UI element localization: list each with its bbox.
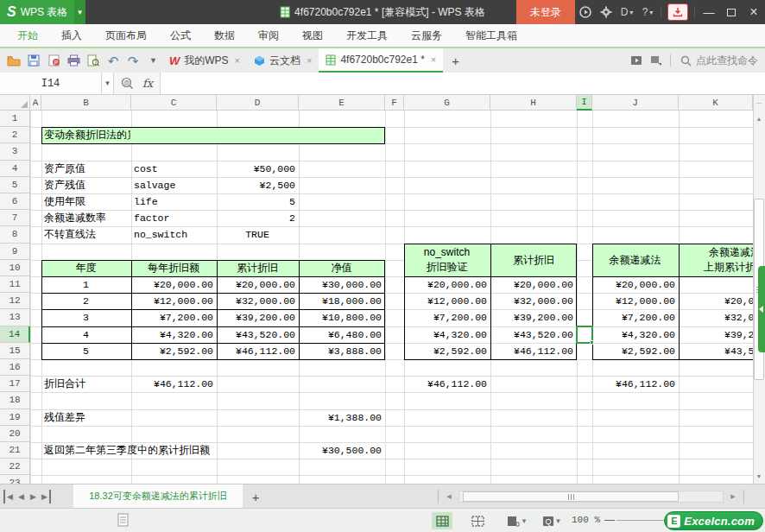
annual-dep-cell[interactable]: ¥12,000.00 <box>131 293 216 309</box>
row-header-9[interactable]: 9 <box>0 244 30 260</box>
print-preview-icon[interactable] <box>85 51 102 70</box>
total-label-cell[interactable]: 折旧合计 <box>41 376 130 392</box>
ddb-dep-cell[interactable]: ¥2,592.00 <box>592 343 678 359</box>
help-menu[interactable]: ?▾ <box>637 0 658 24</box>
ddb-prev-accum-cell[interactable]: ¥39,200.00 <box>679 326 765 343</box>
column-header-K[interactable]: K <box>679 95 753 111</box>
annual-dep-cell[interactable]: ¥2,592.00 <box>131 343 216 359</box>
column-header-D[interactable]: D <box>217 95 299 111</box>
row-header-20[interactable]: 20 <box>0 426 30 442</box>
verify-header-1[interactable]: no_switch折旧验证 <box>404 244 490 276</box>
hscroll-left-icon[interactable]: ◀ <box>442 490 456 504</box>
accum-dep-cell[interactable]: ¥20,000.00 <box>217 276 298 293</box>
param-name-salvage[interactable]: salvage <box>131 177 216 193</box>
param-value-life[interactable]: 5 <box>217 193 298 210</box>
ddb-dep-cell[interactable]: ¥20,000.00 <box>592 276 678 293</box>
verify-dep-cell[interactable]: ¥7,200.00 <box>404 309 490 326</box>
param-name-no_switch[interactable]: no_switch <box>131 226 216 243</box>
login-button[interactable]: 未登录 <box>516 0 575 24</box>
logo-dropdown-icon[interactable]: ▾ <box>74 0 85 24</box>
main-table-header-2[interactable]: 累计折旧 <box>217 260 298 276</box>
prev-sheet-button[interactable]: ◀ <box>16 490 27 504</box>
print-icon[interactable] <box>65 51 82 70</box>
row-header-7[interactable]: 7 <box>0 210 30 226</box>
menu-tab-9[interactable]: 智能工具箱 <box>465 28 517 43</box>
verify-accum-cell[interactable]: ¥39,200.00 <box>490 309 576 326</box>
column-header-H[interactable]: H <box>490 95 577 111</box>
first-sheet-button[interactable]: ◀ <box>3 490 15 504</box>
hscroll-thumb[interactable] <box>463 491 679 502</box>
ddb-prev-accum-cell[interactable]: ¥43,520.00 <box>679 343 765 359</box>
year-cell[interactable]: 5 <box>41 343 130 359</box>
row-header-18[interactable]: 18 <box>0 392 30 408</box>
column-header-E[interactable]: E <box>299 95 385 111</box>
total-c-cell[interactable]: ¥46,112.00 <box>131 376 216 392</box>
column-header-J[interactable]: J <box>592 95 679 111</box>
close-tab-icon[interactable]: × <box>307 55 312 66</box>
column-header-F[interactable]: F <box>385 95 404 111</box>
verify-dep-cell[interactable]: ¥4,320.00 <box>404 326 490 343</box>
row-header-8[interactable]: 8 <box>0 226 30 243</box>
open-file-icon[interactable] <box>5 51 22 70</box>
verify-dep-cell[interactable]: ¥12,000.00 <box>404 293 490 309</box>
param-value-cost[interactable]: ¥50,000 <box>217 161 298 177</box>
menu-tab-2[interactable]: 页面布局 <box>105 28 147 43</box>
page-break-view-button[interactable] <box>467 512 488 529</box>
select-all-corner[interactable] <box>0 95 30 111</box>
maximize-button[interactable] <box>720 0 743 24</box>
accum-dep-cell[interactable]: ¥43,520.00 <box>217 326 298 343</box>
ddb-header-1[interactable]: 余额递减法 <box>592 252 678 269</box>
menu-tab-7[interactable]: 开发工具 <box>346 28 388 43</box>
accum-dep-cell[interactable]: ¥46,112.00 <box>217 343 298 359</box>
year-cell[interactable]: 2 <box>41 293 130 309</box>
residual-value-cell[interactable]: ¥1,388.00 <box>299 409 384 426</box>
row-header-16[interactable]: 16 <box>0 359 30 376</box>
annual-dep-cell[interactable]: ¥7,200.00 <box>131 309 216 326</box>
main-table-header-3[interactable]: 净值 <box>299 260 384 276</box>
save-icon[interactable] <box>25 51 42 70</box>
scroll-down-icon[interactable]: ▼ <box>753 468 765 484</box>
row-header-12[interactable]: 12 <box>0 293 30 309</box>
row-header-19[interactable]: 19 <box>0 409 30 426</box>
ddb-dep-cell[interactable]: ¥7,200.00 <box>592 309 678 326</box>
download-button[interactable] <box>667 3 688 21</box>
net-value-cell[interactable]: ¥3,888.00 <box>299 343 384 359</box>
ddb-prev-accum-cell[interactable]: ¥32,000.00 <box>679 309 765 326</box>
insert-function-fx-icon[interactable]: fx <box>142 77 153 90</box>
split-handle[interactable]: — <box>753 95 765 111</box>
row-header-13[interactable]: 13 <box>0 309 30 326</box>
net-value-cell[interactable]: ¥30,000.00 <box>299 276 384 293</box>
param-value-no_switch[interactable]: TRUE <box>217 226 298 243</box>
docer-menu[interactable]: D▾ <box>616 0 637 24</box>
doc-tab-0[interactable]: W我的WPS× <box>162 48 247 73</box>
row-header-2[interactable]: 2 <box>0 127 30 143</box>
year-cell[interactable]: 4 <box>41 326 130 343</box>
community-icon[interactable] <box>575 0 596 24</box>
param-name-cost[interactable]: cost <box>131 161 216 177</box>
customize-toolbar-dropdown-icon[interactable]: ▼ <box>149 56 157 65</box>
column-header-G[interactable]: G <box>404 95 490 111</box>
menu-tab-8[interactable]: 云服务 <box>411 28 442 43</box>
param-value-factor[interactable]: 2 <box>217 210 298 226</box>
next-sheet-button[interactable]: ▶ <box>28 490 39 504</box>
net-value-cell[interactable]: ¥18,000.00 <box>299 293 384 309</box>
selection-mode-icon[interactable] <box>117 513 130 529</box>
ddb-header-2[interactable]: 余额递减法上期累计折旧 <box>679 244 765 276</box>
row-header-17[interactable]: 17 <box>0 376 30 392</box>
command-search-box[interactable]: 点此查找命令 <box>680 54 758 68</box>
settings-gear-icon[interactable] <box>596 0 616 24</box>
name-box-dropdown-icon[interactable]: ▼ <box>102 73 114 94</box>
add-sheet-button[interactable]: + <box>247 487 264 506</box>
fill-handle[interactable] <box>590 340 594 345</box>
param-name-life[interactable]: life <box>131 193 216 210</box>
spreadsheet-grid[interactable]: ABCDEFGHIJK12345678910111213141516171819… <box>0 95 765 484</box>
net-value-cell[interactable]: ¥10,800.00 <box>299 309 384 326</box>
verify-dep-cell[interactable]: ¥2,592.00 <box>404 343 490 359</box>
wps-logo[interactable]: S WPS 表格 ▾ <box>0 0 85 24</box>
param-label-factor[interactable]: 余额递减数率 <box>41 210 130 226</box>
annual-dep-cell[interactable]: ¥4,320.00 <box>131 326 216 343</box>
sheet-tab-active[interactable]: 18.32可变余额递减法的累计折旧 <box>73 484 243 508</box>
param-label-cost[interactable]: 资产原值 <box>41 161 130 177</box>
row-header-15[interactable]: 15 <box>0 343 30 359</box>
close-button[interactable]: × <box>743 0 765 24</box>
